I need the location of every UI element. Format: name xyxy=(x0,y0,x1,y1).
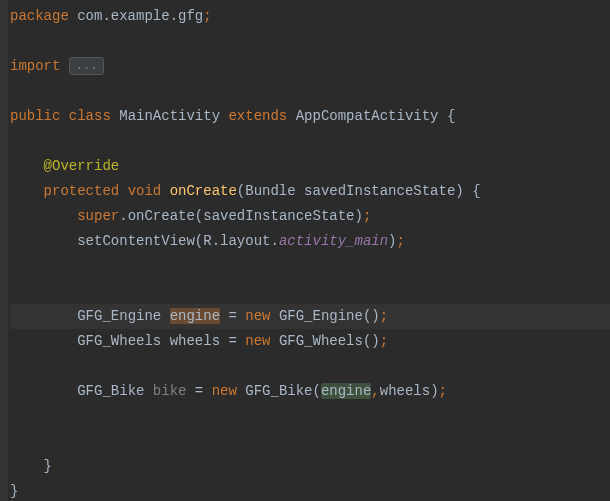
var-type: GFG_Wheels xyxy=(77,333,169,349)
code-line: GFG_Wheels wheels = new GFG_Wheels(); xyxy=(10,329,610,354)
var-name-selected: engine xyxy=(170,308,220,324)
code-line: GFG_Bike bike = new GFG_Bike(engine,whee… xyxy=(10,379,610,404)
code-line: setContentView(R.layout.activity_main); xyxy=(10,229,610,254)
paren-close: ) xyxy=(355,208,363,224)
param-type: Bundle xyxy=(245,183,304,199)
ctor: GFG_Engine xyxy=(279,308,363,324)
keyword-import: import xyxy=(10,58,60,74)
ctor: GFG_Bike xyxy=(245,383,312,399)
equals: = xyxy=(220,308,245,324)
code-line: super.onCreate(savedInstanceState); xyxy=(10,204,610,229)
brace: { xyxy=(447,108,455,124)
code-line: public class MainActivity extends AppCom… xyxy=(10,104,610,129)
keyword-new: new xyxy=(245,308,279,324)
paren-open: ( xyxy=(313,383,321,399)
keyword-class: class xyxy=(69,108,119,124)
paren-close: ) xyxy=(455,183,472,199)
code-line-blank xyxy=(10,79,610,104)
var-name: wheels xyxy=(170,333,220,349)
semicolon: ; xyxy=(380,333,388,349)
arg-selected: engine xyxy=(321,383,371,399)
code-line: package com.example.gfg; xyxy=(10,4,610,29)
parens: () xyxy=(363,308,380,324)
paren-open: ( xyxy=(195,233,203,249)
param-name: savedInstanceState xyxy=(304,183,455,199)
code-editor[interactable]: package com.example.gfg; import ... publ… xyxy=(0,0,610,501)
keyword-extends: extends xyxy=(228,108,295,124)
dot: . xyxy=(270,233,278,249)
superclass: AppCompatActivity xyxy=(296,108,447,124)
parens: () xyxy=(363,333,380,349)
brace: } xyxy=(44,458,52,474)
var-type: GFG_Engine xyxy=(77,308,169,324)
class-name: MainActivity xyxy=(119,108,228,124)
comma: , xyxy=(371,383,379,399)
equals: = xyxy=(220,333,245,349)
paren-open: ( xyxy=(195,208,203,224)
brace: } xyxy=(10,483,18,499)
argument: savedInstanceState xyxy=(203,208,354,224)
var-name-dim: bike xyxy=(153,383,187,399)
dot: . xyxy=(119,208,127,224)
paren-close: ) xyxy=(388,233,396,249)
brace: { xyxy=(472,183,480,199)
keyword-new: new xyxy=(212,383,246,399)
paren-close: ) xyxy=(430,383,438,399)
code-line-blank xyxy=(10,354,610,379)
semicolon: ; xyxy=(397,233,405,249)
code-line: protected void onCreate(Bundle savedInst… xyxy=(10,179,610,204)
code-line-blank xyxy=(10,404,610,429)
dot: . xyxy=(212,233,220,249)
annotation-override: @Override xyxy=(44,158,120,174)
code-line-blank xyxy=(10,429,610,454)
code-line-blank xyxy=(10,129,610,154)
var-type: GFG_Bike xyxy=(77,383,153,399)
semicolon: ; xyxy=(363,208,371,224)
import-fold[interactable]: ... xyxy=(69,57,105,75)
resource-id: activity_main xyxy=(279,233,388,249)
code-line: @Override xyxy=(10,154,610,179)
argument: wheels xyxy=(380,383,430,399)
semicolon: ; xyxy=(380,308,388,324)
code-line-blank xyxy=(10,29,610,54)
ctor: GFG_Wheels xyxy=(279,333,363,349)
layout: layout xyxy=(220,233,270,249)
keyword-super: super xyxy=(77,208,119,224)
keyword-package: package xyxy=(10,8,69,24)
keyword-new: new xyxy=(245,333,279,349)
semicolon: ; xyxy=(203,8,211,24)
code-line: import ... xyxy=(10,54,610,79)
r-class: R xyxy=(203,233,211,249)
code-line-highlighted: GFG_Engine engine = new GFG_Engine(); xyxy=(10,304,610,329)
method-call: setContentView xyxy=(77,233,195,249)
code-line: } xyxy=(10,454,610,479)
code-line-blank xyxy=(10,254,610,279)
keyword-void: void xyxy=(128,183,170,199)
keyword-protected: protected xyxy=(44,183,128,199)
paren-open: ( xyxy=(237,183,245,199)
gutter xyxy=(0,0,8,501)
method-call: onCreate xyxy=(128,208,195,224)
code-line: } xyxy=(10,479,610,501)
method-name: onCreate xyxy=(170,183,237,199)
equals: = xyxy=(186,383,211,399)
package-name: com.example.gfg xyxy=(69,8,203,24)
semicolon: ; xyxy=(439,383,447,399)
code-line-blank xyxy=(10,279,610,304)
keyword-public: public xyxy=(10,108,69,124)
